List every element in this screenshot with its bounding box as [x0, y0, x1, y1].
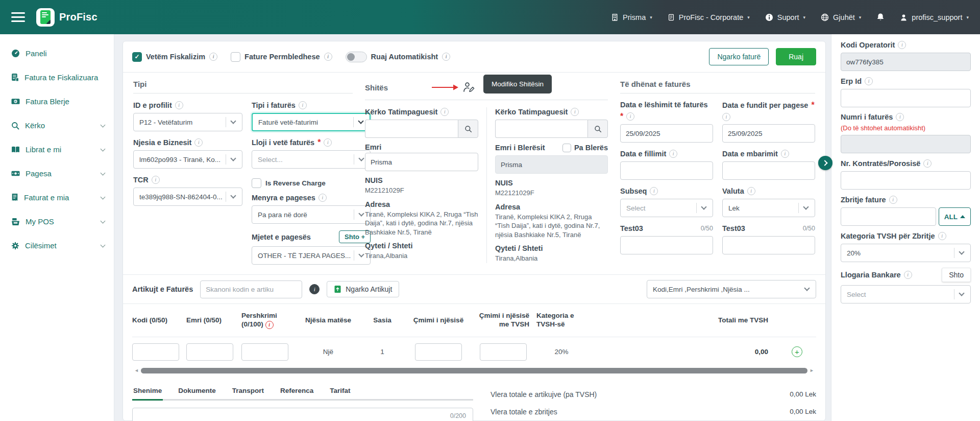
sidebar-item-librat-e-mi[interactable]: Librat e mi	[0, 137, 114, 161]
info-icon[interactable]: i	[747, 187, 755, 195]
totals-panel: Vlera totale e artikujve (pa TVSH)0,00 L…	[491, 385, 816, 413]
panel-expand-handle[interactable]	[818, 156, 832, 170]
info-icon[interactable]: i	[194, 138, 203, 147]
tab-referenca[interactable]: Referenca	[279, 385, 314, 399]
company-menu[interactable]: Prisma▾	[611, 13, 652, 21]
tab-transport[interactable]: Transport	[231, 385, 265, 399]
discount-vat-category-select[interactable]: 20%	[841, 244, 971, 262]
seller-taxpayer-search-input[interactable]	[365, 120, 458, 138]
invoice-discount-input[interactable]	[841, 207, 936, 226]
self-invoice-type-select[interactable]: Select...	[252, 150, 371, 169]
buyer-search-button[interactable]	[587, 120, 608, 138]
info-icon[interactable]: i	[938, 232, 946, 240]
sidebar-item-faturat-e-mia[interactable]: Faturat e mia	[0, 185, 114, 209]
start-date-input[interactable]	[620, 161, 713, 180]
table-columns-select[interactable]: Kodi,Emri ,Pershkrimi ,Njësia ...	[647, 280, 816, 298]
reverse-charge-checkbox[interactable]	[252, 178, 261, 188]
contract-number-input[interactable]	[841, 171, 971, 190]
info-icon[interactable]: i	[309, 284, 320, 294]
payment-means-select[interactable]: OTHER - TË TJERA PAGES...	[252, 246, 371, 265]
sidebar-item-paneli[interactable]: Paneli	[0, 41, 114, 65]
tab-tarifat[interactable]: Tarifat	[329, 385, 351, 399]
info-icon[interactable]: i	[265, 321, 274, 329]
issue-date-input[interactable]	[620, 124, 713, 143]
subseq-select[interactable]: Select	[620, 199, 713, 217]
info-icon[interactable]: i	[650, 187, 658, 195]
scroll-right-icon[interactable]: ►	[810, 368, 814, 373]
info-icon[interactable]: i	[889, 196, 897, 204]
sidebar-item-pagesa[interactable]: Pagesa	[0, 161, 114, 185]
info-icon[interactable]: i	[669, 150, 677, 158]
business-unit-select[interactable]: lm602po993 - Tiranë, Ko...	[133, 150, 242, 169]
info-icon[interactable]: i	[299, 101, 307, 109]
info-icon[interactable]: i	[626, 112, 634, 121]
only-fiscalization-checkbox[interactable]: ✓	[132, 52, 142, 62]
seller-search-button[interactable]	[458, 120, 478, 138]
notes-textarea[interactable]	[132, 408, 473, 421]
upload-articles-button[interactable]: Ngarko Artikujt	[327, 281, 399, 297]
info-icon[interactable]: i	[152, 176, 160, 184]
info-icon[interactable]: i	[318, 194, 327, 202]
profile-id-select[interactable]: P12 - Vetëfaturim	[133, 113, 242, 131]
item-code-input[interactable]	[132, 343, 179, 361]
tcr-select[interactable]: te389jq988-SN-862404-0...	[133, 188, 242, 206]
user-menu[interactable]: profisc_support▾	[900, 13, 969, 21]
summary-invoice-checkbox[interactable]	[231, 52, 240, 62]
save-button[interactable]: Ruaj	[776, 48, 816, 65]
test03-right-input[interactable]	[722, 236, 815, 254]
item-description-input[interactable]	[241, 343, 288, 361]
info-icon[interactable]: i	[440, 108, 449, 116]
item-unit-price-vat-input[interactable]	[480, 343, 527, 361]
bank-account-select[interactable]: Select	[841, 285, 971, 303]
support-menu[interactable]: Suport▾	[765, 13, 805, 21]
scroll-left-icon[interactable]: ◄	[134, 368, 139, 373]
end-date-input[interactable]	[722, 161, 815, 180]
item-unit-price-input[interactable]	[415, 343, 462, 361]
info-icon[interactable]: i	[904, 271, 912, 279]
no-buyer-checkbox[interactable]	[562, 144, 571, 152]
brand[interactable]: ProFisc	[36, 8, 97, 27]
info-icon[interactable]: i	[175, 101, 183, 109]
upload-invoice-button[interactable]: Ngarko faturë	[709, 48, 769, 65]
tab-dokumente[interactable]: Dokumente	[177, 385, 217, 399]
tab-shenime[interactable]: Shenime	[132, 385, 163, 399]
add-bank-account-button[interactable]: Shto	[942, 268, 971, 282]
language-menu[interactable]: Gjuhët▾	[821, 13, 861, 21]
currency-select[interactable]: Lek	[722, 199, 815, 217]
sidebar-item-cilesimet[interactable]: Cilësimet	[0, 233, 114, 258]
info-icon[interactable]: i	[722, 113, 730, 121]
info-icon[interactable]: i	[209, 53, 217, 61]
scan-article-code-input[interactable]	[200, 280, 302, 298]
scrollbar-thumb[interactable]	[141, 368, 807, 373]
buyer-column: Kërko Tatimpaguesiti Emri i Blerësit Pa …	[486, 107, 608, 263]
info-icon[interactable]: i	[865, 77, 873, 85]
info-icon[interactable]: i	[324, 53, 332, 61]
test03-left-input[interactable]	[620, 236, 713, 254]
seller-name-input[interactable]	[365, 153, 478, 171]
due-date-input[interactable]	[722, 124, 815, 143]
item-name-input[interactable]	[186, 343, 233, 361]
info-icon[interactable]: i	[896, 113, 904, 121]
product-menu[interactable]: ProFisc - Corporate▾	[668, 13, 750, 21]
menu-toggle-icon[interactable]	[11, 12, 25, 22]
discount-type-button[interactable]: ALL	[939, 207, 971, 226]
info-icon[interactable]: i	[324, 138, 332, 147]
invoice-type-select[interactable]: Faturë vetë-faturimi	[252, 113, 371, 131]
edit-seller-icon[interactable]	[462, 81, 475, 93]
info-icon[interactable]: i	[571, 108, 579, 116]
sidebar-item-my-pos[interactable]: My POS	[0, 209, 114, 233]
erp-id-input[interactable]	[841, 89, 971, 107]
payment-method-select[interactable]: Pa para në dorë	[252, 205, 371, 224]
horizontal-scrollbar[interactable]: ◄ ►	[132, 367, 816, 376]
info-icon[interactable]: i	[923, 159, 932, 168]
notifications-button[interactable]	[876, 13, 885, 21]
sidebar-item-fatura-te-fiskalizuara[interactable]: Fatura te Fiskalizuara	[0, 65, 114, 89]
info-icon[interactable]: i	[898, 41, 906, 49]
autosave-toggle[interactable]	[346, 52, 367, 62]
buyer-taxpayer-search-input[interactable]	[495, 120, 587, 138]
sidebar-item-fatura-blerje[interactable]: $ Fatura Blerje	[0, 89, 114, 113]
info-icon[interactable]: i	[781, 150, 789, 158]
add-row-icon[interactable]: +	[792, 346, 802, 357]
info-icon[interactable]: i	[442, 53, 450, 61]
sidebar-item-kerko[interactable]: Kërko	[0, 113, 114, 137]
